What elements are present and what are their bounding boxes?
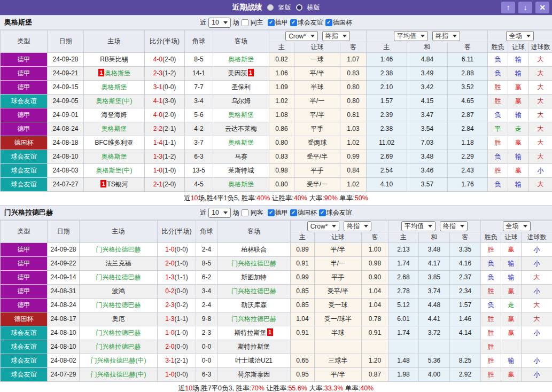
result-wdl: 负 xyxy=(488,53,508,67)
team-name: 门兴格拉德巴赫 xyxy=(4,208,53,217)
titlebar: 近期战绩 竖版 横版 ↑ ↓ ✕ xyxy=(0,0,552,15)
score-cell: 1-4(1-1) xyxy=(145,136,185,150)
team-link: 门兴格拉德巴赫 xyxy=(231,260,276,267)
odds-away: 0.83 xyxy=(340,67,367,81)
result-goals: 小 xyxy=(522,257,552,271)
home-team-cell: 1奥格斯堡 xyxy=(84,67,145,81)
league-checkbox[interactable] xyxy=(290,19,297,26)
result-wdl: 负 xyxy=(488,178,508,192)
odds-handicap: 平手 xyxy=(294,122,340,136)
league-checkbox[interactable] xyxy=(268,19,275,26)
team-link: 奥格斯堡(中) xyxy=(96,97,133,105)
team-link: 柏林联合 xyxy=(241,246,267,253)
avg-away: 4.16 xyxy=(450,257,481,271)
same-venue-checkbox[interactable] xyxy=(242,19,248,26)
match-type-badge: 球会友谊 xyxy=(1,340,48,354)
average-select[interactable]: 平均值 xyxy=(401,221,436,231)
col-header-result-handicap: 让球 xyxy=(508,42,529,53)
odds-away: 1.02 xyxy=(340,178,367,192)
avg-away: 4.14 xyxy=(450,326,481,340)
match-date: 24-08-02 xyxy=(48,354,80,368)
team-link: 奥厄 xyxy=(112,315,125,323)
odds-handicap: 半/一 xyxy=(294,95,340,108)
summary-segment: 50% xyxy=(355,194,368,202)
scope-select[interactable]: 全场 xyxy=(503,221,531,231)
chevron-down-icon xyxy=(460,225,464,228)
avg-draw: 4.48 xyxy=(419,299,450,312)
match-row: 球会友谊24-08-10门兴格拉德巴赫2-0(0-0)0-0斯特拉斯堡胜 xyxy=(1,340,552,354)
average-select[interactable]: 平均值 xyxy=(394,31,428,41)
scope-select[interactable]: 全场 xyxy=(506,31,534,41)
bookmaker-odds-type-select[interactable]: 终指 xyxy=(322,31,350,41)
same-venue-checkbox[interactable] xyxy=(242,209,248,216)
avg-home: 2.78 xyxy=(388,285,419,299)
result-wdl: 胜 xyxy=(481,368,501,382)
match-type-badge: 球会友谊 xyxy=(1,150,48,164)
home-team-cell: 门兴格拉德巴赫 xyxy=(80,326,158,340)
score-cell: 1-3(1-1) xyxy=(158,312,196,326)
result-wdl: 负 xyxy=(488,67,508,81)
odds-away: 0.99 xyxy=(340,150,367,164)
avg-away xyxy=(450,340,481,354)
match-row: 球会友谊24-07-271TS银河2-1(2-0)4-5奥格斯堡0.80受半/一… xyxy=(1,178,552,192)
result-goals: 大 xyxy=(529,53,552,67)
summary-segment: 90% xyxy=(324,194,338,202)
odds-away: 0.90 xyxy=(362,271,388,285)
summary-segment: 大率: xyxy=(307,194,324,202)
avg-draw xyxy=(419,340,450,354)
team-link: 奥格斯堡(中) xyxy=(96,167,133,174)
avg-draw: 4.41 xyxy=(419,312,450,326)
league-checkbox[interactable] xyxy=(290,209,297,216)
page-title: 近期战绩 xyxy=(232,3,262,12)
match-type-badge: 德甲 xyxy=(1,122,48,136)
team-link: 门兴格拉德巴赫 xyxy=(96,343,141,350)
avg-home: 2.54 xyxy=(367,164,407,178)
result-handicap: 赢 xyxy=(501,326,522,340)
corner-cell: 14-1 xyxy=(185,67,213,81)
col-header-type: 类型 xyxy=(1,30,48,53)
result-handicap: 输 xyxy=(501,271,522,285)
result-goals: 大 xyxy=(529,108,552,122)
vertical-layout-radio[interactable] xyxy=(267,4,274,11)
result-handicap: 赢 xyxy=(501,243,522,257)
average-odds-type-select[interactable]: 终指 xyxy=(440,221,468,231)
bookmaker-select[interactable]: Crow* xyxy=(307,221,340,231)
away-team-cell: 柏林联合 xyxy=(217,243,291,257)
odds-handicap: 受一/球半 xyxy=(315,312,362,326)
home-team-cell: 海登海姆 xyxy=(84,108,145,122)
close-button[interactable]: ✕ xyxy=(535,2,549,13)
bookmaker-select[interactable]: Crow* xyxy=(285,31,318,41)
move-down-button[interactable]: ↓ xyxy=(518,2,532,13)
away-team-cell: 奥格斯堡 xyxy=(213,108,269,122)
bookmaker-odds-type-select[interactable]: 终指 xyxy=(344,221,371,231)
recent-count-select[interactable]: 10 xyxy=(208,208,230,218)
avg-away: 1.46 xyxy=(450,312,481,326)
odds-handicap: 平/半 xyxy=(294,108,340,122)
corner-cell: 6-3 xyxy=(196,368,217,382)
odds-handicap: 受平/半 xyxy=(315,285,362,299)
league-checkbox[interactable] xyxy=(325,19,332,26)
league-checkbox[interactable] xyxy=(268,209,275,216)
league-label: 德国杯 xyxy=(333,18,352,27)
summary-segment: 场,胜7平0负3, 胜率: xyxy=(192,385,251,392)
score-cell: 2-1(2-0) xyxy=(145,178,185,192)
league-label: 德甲 xyxy=(275,208,288,217)
avg-away: 2.43 xyxy=(448,164,488,178)
odds-away xyxy=(362,340,388,354)
recent-count-select[interactable]: 10 xyxy=(208,18,230,28)
team-link: 马赛 xyxy=(235,153,247,160)
avg-draw: 3.72 xyxy=(419,326,450,340)
summary-segment: 单率: xyxy=(343,385,360,392)
horizontal-layout-radio[interactable] xyxy=(296,4,302,11)
team-link: 门兴格拉德巴赫 xyxy=(231,287,276,295)
league-checkbox[interactable] xyxy=(319,209,326,216)
away-team-cell: 门兴格拉德巴赫 xyxy=(217,257,291,271)
match-type-badge: 德甲 xyxy=(1,257,48,271)
average-odds-type-select[interactable]: 终指 xyxy=(432,31,460,41)
odds-home: 0.65 xyxy=(291,354,315,368)
league-filters: 德甲球会友谊德国杯 xyxy=(266,18,352,27)
match-type-badge: 德甲 xyxy=(1,285,48,299)
chevron-down-icon xyxy=(310,35,315,37)
window-buttons: ↑ ↓ ✕ xyxy=(501,2,549,13)
move-up-button[interactable]: ↑ xyxy=(501,2,515,13)
